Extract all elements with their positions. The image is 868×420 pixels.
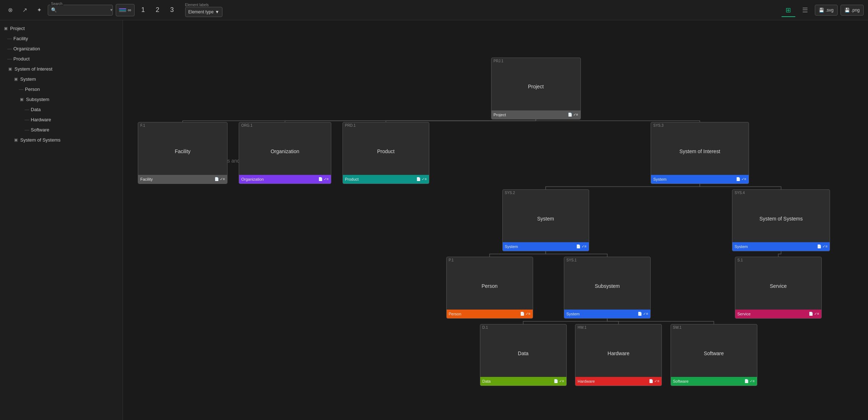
- sidebar-item-hardware[interactable]: — Hardware: [0, 114, 123, 125]
- node-id-hw1: HW.1: [575, 324, 661, 329]
- doc-icon-p1: 📄: [520, 312, 524, 316]
- node-f1[interactable]: F.1 Facility Facility 📄 ✓≡: [138, 122, 227, 184]
- doc-icon-f1: 📄: [214, 177, 219, 181]
- table-view-button[interactable]: ☰: [798, 3, 812, 17]
- layer-infinity: ∞: [128, 7, 131, 13]
- node-id-p1: P.1: [447, 257, 533, 262]
- node-footer-s1: Service 📄 ✓≡: [735, 310, 821, 318]
- node-sys4[interactable]: SYS.4 System of Systems System 📄 ✓≡: [732, 189, 830, 251]
- node-title-sw1: Software: [671, 329, 757, 377]
- expand-icon-system: ▣: [13, 76, 19, 82]
- canvas[interactable]: Press and hold CTRL when double clicking…: [123, 20, 868, 420]
- node-title-sys1: Subsystem: [564, 262, 650, 310]
- table-icon: ☰: [802, 6, 808, 14]
- check-icon-sys2: ✓≡: [582, 244, 587, 248]
- element-type-button[interactable]: Element type ▼: [185, 7, 223, 17]
- node-prj1[interactable]: PRJ.1 Project Project 📄 ✓≡: [491, 58, 581, 119]
- diagram-view-button[interactable]: ⊞: [782, 3, 795, 17]
- dash-person: —: [19, 87, 24, 92]
- footer-label-prd1: Product: [345, 177, 359, 181]
- node-footer-f1: Facility 📄 ✓≡: [138, 175, 227, 184]
- doc-icon-s1: 📄: [809, 312, 813, 316]
- node-sw1[interactable]: SW.1 Software Software 📄 ✓≡: [671, 324, 757, 386]
- close-button[interactable]: ⊗: [4, 4, 16, 16]
- node-d1[interactable]: D.1 Data Data 📄 ✓≡: [480, 324, 567, 386]
- node-sys2[interactable]: SYS.2 System System 📄 ✓≡: [502, 189, 589, 251]
- sidebar-item-software[interactable]: — Software: [0, 125, 123, 135]
- node-hw1[interactable]: HW.1 Hardware Hardware 📄 ✓≡: [575, 324, 662, 386]
- check-icon-org1: ✓≡: [324, 177, 329, 181]
- search-dropdown-button[interactable]: ▼: [109, 8, 114, 12]
- node-title-prj1: Project: [492, 63, 580, 110]
- sidebar-label-project: Project: [10, 26, 25, 31]
- sidebar-item-system[interactable]: ▣ System: [0, 74, 123, 84]
- sidebar-item-organization[interactable]: — Organization: [0, 43, 123, 54]
- pin-icon: ✦: [37, 7, 42, 13]
- export-svg-button[interactable]: 💾 .svg: [815, 5, 838, 16]
- num1-button[interactable]: 1: [137, 4, 149, 16]
- node-sys1[interactable]: SYS.1 Subsystem System 📄 ✓≡: [564, 257, 651, 319]
- export-png-label: .png: [851, 8, 860, 13]
- sidebar-label-sos: System of Systems: [20, 137, 60, 143]
- element-type-dropdown-icon: ▼: [215, 9, 220, 14]
- node-id-sys2: SYS.2: [503, 190, 589, 195]
- check-icon-d1: ✓≡: [559, 379, 564, 383]
- node-prd1[interactable]: PRD.1 Product Product 📄 ✓≡: [342, 122, 429, 184]
- sidebar-item-data[interactable]: — Data: [0, 104, 123, 114]
- search-label: Search: [50, 2, 63, 6]
- footer-label-s1: Service: [737, 312, 751, 316]
- node-title-sys3: System of Interest: [651, 127, 748, 175]
- sidebar-label-hardware: Hardware: [31, 117, 51, 122]
- doc-icon-prj1: 📄: [568, 113, 572, 117]
- footer-label-f1: Facility: [140, 177, 153, 181]
- sidebar-item-system-of-systems[interactable]: ▣ System of Systems: [0, 135, 123, 145]
- sidebar-item-facility[interactable]: — Facility: [0, 33, 123, 43]
- search-icon: 🔍: [51, 7, 57, 13]
- node-id-f1: F.1: [138, 122, 227, 127]
- check-icon-f1: ✓≡: [220, 177, 225, 181]
- node-title-org1: Organization: [239, 127, 331, 175]
- element-type-label: Element type: [188, 9, 214, 14]
- sidebar-label-data: Data: [31, 107, 41, 112]
- check-icon-sw1: ✓≡: [750, 379, 755, 383]
- layer-button[interactable]: ∞: [116, 4, 135, 16]
- sidebar-item-subsystem[interactable]: ▣ Subsystem: [0, 94, 123, 104]
- node-org1[interactable]: ORG.1 Organization Organization 📄 ✓≡: [239, 122, 331, 184]
- node-title-p1: Person: [447, 262, 533, 310]
- check-icon-sys3: ✓≡: [741, 177, 746, 181]
- node-title-f1: Facility: [138, 127, 227, 175]
- dash-data: —: [25, 107, 29, 112]
- toolbar: ⊗ ↗ ✦ Search 🔍 ▼ ∞ 1 2 3 Element labels …: [0, 0, 868, 20]
- expand-icon-soi: ▣: [7, 66, 13, 72]
- node-title-s1: Service: [735, 262, 821, 310]
- check-icon-hw1: ✓≡: [654, 379, 659, 383]
- expand-button[interactable]: ↗: [19, 4, 30, 16]
- num3-button[interactable]: 3: [166, 4, 178, 16]
- sidebar-item-project[interactable]: ▣ Project: [0, 23, 123, 33]
- sidebar-label-software: Software: [31, 127, 49, 133]
- sidebar-label-organization: Organization: [13, 46, 40, 51]
- sidebar-item-system-of-interest[interactable]: ▣ System of Interest: [0, 64, 123, 74]
- sidebar-item-product[interactable]: — Product: [0, 54, 123, 64]
- export-svg-icon: 💾: [819, 8, 824, 13]
- node-footer-sys4: System 📄 ✓≡: [732, 242, 830, 251]
- sidebar-item-person[interactable]: — Person: [0, 84, 123, 94]
- footer-label-hw1: Hardware: [578, 379, 595, 383]
- export-png-button[interactable]: 💾 .png: [841, 5, 864, 16]
- footer-label-sys1: System: [566, 312, 580, 316]
- expand-icon: ↗: [22, 7, 27, 13]
- element-labels-text: Element labels: [185, 3, 223, 7]
- node-id-org1: ORG.1: [239, 122, 331, 127]
- node-p1[interactable]: P.1 Person Person 📄 ✓≡: [446, 257, 533, 319]
- node-id-sys3: SYS.3: [651, 122, 748, 127]
- sidebar-label-subsystem: Subsystem: [26, 97, 49, 102]
- sidebar-label-system: System: [20, 76, 36, 82]
- num2-button[interactable]: 2: [152, 4, 163, 16]
- search-input[interactable]: [58, 8, 109, 13]
- node-id-sw1: SW.1: [671, 324, 757, 329]
- element-labels-group: Element labels Element type ▼: [185, 3, 223, 17]
- footer-label-sw1: Software: [673, 379, 689, 383]
- node-sys3[interactable]: SYS.3 System of Interest System 📄 ✓≡: [651, 122, 749, 184]
- pin-button[interactable]: ✦: [33, 4, 45, 16]
- node-s1[interactable]: S.1 Service Service 📄 ✓≡: [735, 257, 822, 319]
